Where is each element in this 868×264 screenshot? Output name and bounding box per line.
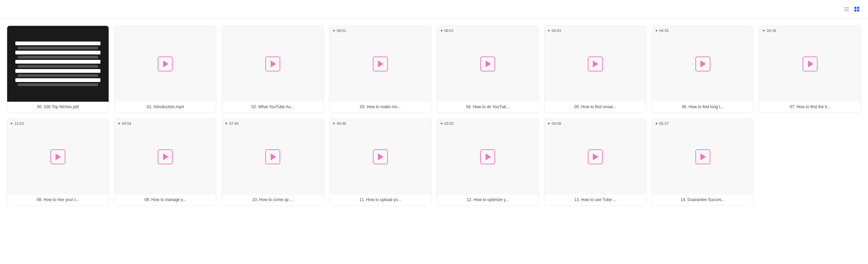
card-item[interactable]: 08:01 04. How to do YouTub... bbox=[437, 26, 539, 113]
card-item[interactable]: 05:37 14. Guarantee Succes... bbox=[652, 118, 754, 206]
card-label: 03. How to make mo... bbox=[330, 102, 431, 113]
play-icon bbox=[158, 56, 173, 71]
svg-rect-5 bbox=[854, 10, 856, 12]
card-label: 11. How to upload yo... bbox=[330, 195, 431, 205]
duration-badge: 08:01 bbox=[440, 29, 454, 33]
card-item[interactable]: 12:53 08. How to hire your t... bbox=[7, 118, 109, 206]
card-item[interactable]: 04:18 07. How to find the b... bbox=[759, 26, 861, 113]
play-icon bbox=[373, 149, 388, 164]
play-icon bbox=[265, 56, 280, 71]
play-triangle bbox=[808, 61, 814, 67]
duration-badge: 03:02 bbox=[440, 121, 454, 126]
view-toggle bbox=[842, 5, 861, 14]
duration-badge: 04:54 bbox=[117, 121, 131, 126]
play-triangle bbox=[163, 61, 169, 67]
header bbox=[0, 0, 868, 19]
video-thumbnail: 04:46 bbox=[330, 119, 431, 195]
duration-badge: 12:53 bbox=[10, 121, 24, 126]
duration-badge: 04:03 bbox=[547, 29, 561, 33]
svg-rect-3 bbox=[854, 7, 856, 9]
play-triangle bbox=[593, 61, 598, 67]
card-item[interactable]: 02. What YouTube Au... bbox=[222, 26, 324, 113]
duration-badge: 07:40 bbox=[225, 121, 239, 126]
svg-marker-9 bbox=[548, 30, 550, 32]
play-icon bbox=[803, 56, 818, 71]
play-icon bbox=[480, 149, 495, 164]
duration-badge: 08:01 bbox=[332, 29, 346, 33]
card-label: 04. How to do YouTub... bbox=[437, 102, 539, 113]
video-thumbnail: 04:34 bbox=[652, 26, 754, 102]
card-label: 07. How to find the b... bbox=[759, 102, 861, 113]
video-thumbnail: 04:03 bbox=[545, 26, 646, 102]
play-icon bbox=[480, 56, 495, 71]
duration-badge: 04:18 bbox=[762, 29, 776, 33]
play-icon bbox=[265, 149, 280, 164]
video-thumbnail: 05:37 bbox=[652, 119, 754, 195]
play-triangle bbox=[700, 153, 706, 160]
file-grid: 00. 100 Top Niches.pdf 01. Introduction.… bbox=[0, 19, 868, 213]
play-icon bbox=[695, 149, 710, 164]
play-icon bbox=[588, 149, 603, 164]
svg-marker-8 bbox=[441, 30, 443, 32]
card-item[interactable]: 07:40 10. How to come up ... bbox=[222, 118, 324, 206]
video-thumbnail: 03:02 bbox=[437, 119, 539, 195]
card-item[interactable]: 01. Introduction.mp4 bbox=[114, 26, 217, 113]
card-item[interactable]: 03:02 12. How to optimize y... bbox=[437, 118, 539, 206]
play-icon bbox=[695, 56, 710, 71]
card-item[interactable]: 04:46 11. How to upload yo... bbox=[329, 118, 431, 206]
play-triangle bbox=[378, 153, 383, 160]
play-triangle bbox=[593, 153, 598, 160]
svg-marker-11 bbox=[763, 30, 765, 32]
card-label: 05. How to find unsat... bbox=[545, 102, 646, 113]
card-item[interactable]: 04:03 05. How to find unsat... bbox=[544, 26, 646, 113]
card-item[interactable]: 04:34 06. How to find long t... bbox=[652, 26, 754, 113]
play-triangle bbox=[486, 61, 491, 67]
card-label: 13. How to use Tube ... bbox=[545, 195, 646, 205]
play-triangle bbox=[163, 153, 169, 160]
duration-badge: 05:37 bbox=[655, 121, 669, 126]
svg-rect-6 bbox=[857, 10, 859, 12]
card-label: 10. How to come up ... bbox=[222, 195, 323, 205]
play-triangle bbox=[378, 61, 383, 67]
card-item[interactable]: 04:54 09. How to manage y... bbox=[114, 118, 217, 206]
svg-marker-7 bbox=[333, 30, 335, 32]
play-icon bbox=[588, 56, 603, 71]
duration-badge: 04:46 bbox=[332, 121, 346, 126]
video-thumbnail: 08:01 bbox=[437, 26, 539, 102]
play-icon bbox=[50, 149, 65, 164]
svg-marker-14 bbox=[226, 122, 227, 125]
card-label: 08. How to hire your t... bbox=[7, 195, 109, 205]
video-thumbnail: 07:40 bbox=[222, 119, 323, 195]
grid-view-button[interactable] bbox=[852, 5, 861, 14]
play-triangle bbox=[56, 153, 61, 160]
video-thumbnail: 04:09 bbox=[545, 119, 646, 195]
card-label: 02. What YouTube Au... bbox=[222, 102, 323, 113]
duration-badge: 04:34 bbox=[655, 29, 669, 33]
svg-rect-1 bbox=[844, 9, 849, 10]
svg-rect-0 bbox=[844, 7, 849, 8]
svg-rect-4 bbox=[857, 7, 859, 9]
play-icon bbox=[158, 149, 173, 164]
card-label: 09. How to manage y... bbox=[115, 195, 216, 205]
card-item[interactable]: 08:01 03. How to make mo... bbox=[329, 26, 431, 113]
svg-marker-13 bbox=[119, 122, 120, 125]
video-thumbnail: 08:01 bbox=[330, 26, 431, 102]
play-triangle bbox=[700, 61, 706, 67]
svg-marker-16 bbox=[441, 122, 443, 125]
svg-rect-2 bbox=[844, 11, 849, 11]
card-label: 00. 100 Top Niches.pdf bbox=[7, 102, 109, 113]
video-thumbnail bbox=[222, 26, 323, 102]
duration-badge: 04:09 bbox=[547, 121, 561, 126]
play-triangle bbox=[271, 153, 276, 160]
play-triangle bbox=[486, 153, 491, 160]
card-label: 12. How to optimize y... bbox=[437, 195, 539, 205]
card-item[interactable]: 00. 100 Top Niches.pdf bbox=[7, 26, 109, 113]
card-label: 14. Guarantee Succes... bbox=[652, 195, 754, 205]
list-view-button[interactable] bbox=[842, 5, 851, 14]
video-thumbnail: 12:53 bbox=[7, 119, 109, 195]
play-icon bbox=[373, 56, 388, 71]
svg-marker-15 bbox=[333, 122, 335, 125]
card-item[interactable]: 04:09 13. How to use Tube ... bbox=[544, 118, 646, 206]
pdf-thumbnail bbox=[7, 26, 109, 102]
svg-marker-12 bbox=[11, 122, 13, 125]
